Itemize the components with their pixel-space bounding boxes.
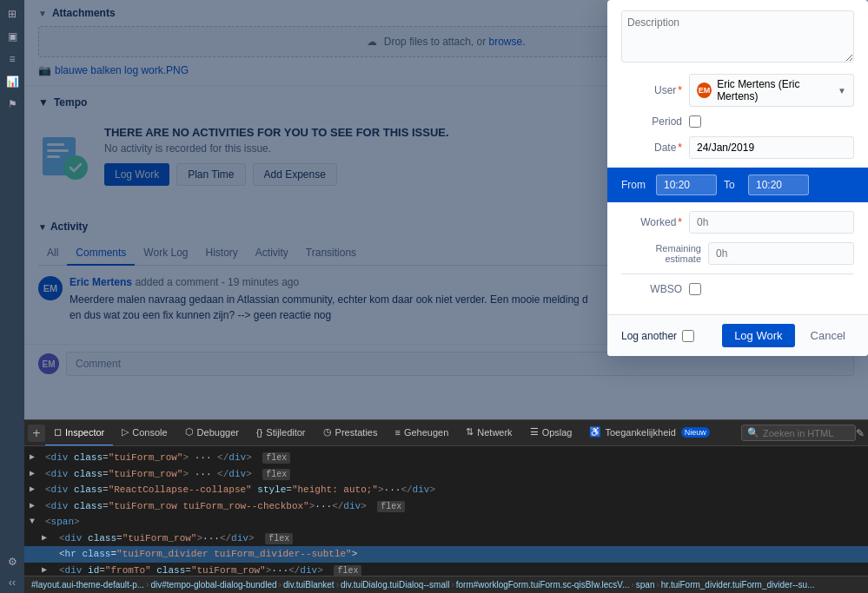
toggle-4[interactable]: ▶: [30, 499, 35, 512]
dialog-cancel-button[interactable]: Cancel: [802, 324, 854, 347]
log-work-dialog: User EM Eric Mertens (Eric Mertens) ▼: [607, 0, 868, 356]
devtools-tab-netwerk[interactable]: ⇅ Netwerk: [457, 420, 520, 446]
geheugen-label: Geheugen: [404, 427, 448, 438]
devtools-tab-debugger[interactable]: ⬡ Debugger: [176, 420, 248, 446]
user-select-inner: EM Eric Mertens (Eric Mertens): [697, 78, 838, 102]
breadcrumb-item-3[interactable]: div.tuiBlanket: [283, 580, 335, 590]
dialog-log-work-button[interactable]: Log Work: [722, 324, 794, 347]
prestaties-label: Prestaties: [335, 427, 378, 438]
divider: [621, 273, 854, 274]
dialog-footer: Log another Log Work Cancel: [607, 314, 868, 356]
from-label: From: [621, 179, 649, 191]
devtools-panel: + ◻ Inspector ▷ Console ⬡ Debugger {} St…: [24, 419, 868, 593]
sidebar-icon-layers[interactable]: ≡: [2, 49, 23, 69]
code-line-7: <hr class="tuiForm_divider tuiForm_divid…: [24, 546, 868, 563]
period-row: Period: [621, 115, 854, 128]
devtools-edit-icon[interactable]: ✎: [856, 427, 865, 439]
devtools-tab-toegankelijkheid[interactable]: ♿ Toegankelijkheid Nieuw: [580, 420, 718, 446]
breadcrumb-item-6[interactable]: span: [636, 580, 655, 590]
debugger-icon: ⬡: [185, 426, 194, 438]
sidebar-icon-collapse[interactable]: ‹‹: [2, 572, 23, 593]
breadcrumb-item-1[interactable]: #layout.aui-theme-default-p...: [31, 580, 144, 590]
devtools-tab-prestaties[interactable]: ◷ Prestaties: [315, 420, 387, 446]
breadcrumb-sep-3: ›: [336, 580, 339, 590]
netwerk-icon: ⇅: [466, 426, 474, 438]
debugger-label: Debugger: [197, 427, 239, 438]
user-row: User EM Eric Mertens (Eric Mertens) ▼: [621, 74, 854, 107]
log-another-checkbox[interactable]: [682, 330, 694, 342]
code-line-6: ▶ <div class="tuiForm_row">···</div> fle…: [24, 530, 868, 547]
breadcrumb-item-2[interactable]: div#tempo-global-dialog-bundled: [150, 580, 276, 590]
stijleditor-label: Stijleditor: [266, 427, 305, 438]
breadcrumb-sep-6: ›: [656, 580, 659, 590]
user-value: Eric Mertens (Eric Mertens): [717, 78, 838, 102]
user-select[interactable]: EM Eric Mertens (Eric Mertens) ▼: [689, 74, 854, 107]
opslag-icon: ☰: [530, 426, 539, 438]
toggle-6[interactable]: ▶: [42, 531, 47, 544]
toggle-1[interactable]: ▶: [30, 451, 35, 464]
dialog-inner: User EM Eric Mertens (Eric Mertens) ▼: [607, 0, 868, 314]
code-line-1: ▶ <div class="tuiForm_row"> ··· </div> f…: [24, 450, 868, 466]
breadcrumb-sep-2: ›: [279, 580, 282, 590]
from-input[interactable]: [656, 175, 717, 195]
date-label: Date: [621, 142, 682, 154]
devtools-tab-opslag[interactable]: ☰ Opslag: [521, 420, 581, 446]
date-input[interactable]: [689, 136, 854, 159]
wbso-checkbox[interactable]: [689, 283, 701, 295]
sidebar-icon-box[interactable]: ▣: [2, 26, 23, 47]
breadcrumb-sep-4: ›: [451, 580, 454, 590]
search-icon: 🔍: [747, 427, 759, 438]
toggle-2[interactable]: ▶: [30, 467, 35, 480]
breadcrumb-item-7[interactable]: hr.tuiForm_divider.tuiForm_divider--su..…: [661, 580, 815, 590]
opslag-label: Opslag: [542, 427, 573, 438]
sidebar-icon-chart[interactable]: 📊: [2, 71, 23, 92]
toggle-5[interactable]: ▼: [30, 515, 35, 528]
breadcrumb-item-5[interactable]: form#worklogForm.tuiForm.sc-qisBIw.lecsV…: [456, 580, 630, 590]
log-another: Log another: [621, 330, 694, 342]
period-checkbox[interactable]: [689, 115, 701, 128]
sidebar: ⊞ ▣ ≡ 📊 ⚑ ⚙ ‹‹: [0, 0, 24, 593]
user-avatar-initials: EM: [699, 86, 711, 95]
sidebar-icon-grid[interactable]: ⊞: [2, 3, 23, 24]
user-avatar: EM: [697, 82, 712, 98]
breadcrumb-sep-5: ›: [631, 580, 633, 590]
from-to-row: From To: [607, 168, 868, 202]
console-label: Console: [132, 427, 167, 438]
stijleditor-icon: {}: [256, 427, 262, 438]
resize-handle[interactable]: [24, 420, 868, 424]
worked-input[interactable]: [689, 211, 854, 234]
netwerk-label: Netwerk: [477, 427, 512, 438]
log-another-label: Log another: [621, 330, 677, 342]
worked-row: Worked: [621, 211, 854, 234]
remaining-row: Remaining estimate: [621, 242, 854, 265]
remaining-label: Remaining estimate: [621, 243, 701, 264]
code-line-4: ▶ <div class="tuiForm_row tuiForm_row--c…: [24, 498, 868, 515]
worked-label: Worked: [621, 216, 682, 228]
remaining-input[interactable]: [708, 242, 854, 265]
description-textarea[interactable]: [621, 10, 854, 63]
toegankelijkheid-label: Toegankelijkheid: [605, 427, 675, 438]
code-line-5: ▼ <span>: [24, 514, 868, 530]
period-label: Period: [621, 115, 682, 128]
search-input[interactable]: [763, 428, 850, 438]
devtools-tab-stijleditor[interactable]: {} Stijleditor: [248, 420, 315, 446]
content-area: ▼ Attachments ☁ Drop files to attach, or…: [24, 0, 868, 593]
wbso-label: WBSO: [621, 283, 682, 295]
sidebar-icon-flag[interactable]: ⚑: [2, 94, 23, 115]
sidebar-icon-settings[interactable]: ⚙: [2, 551, 23, 572]
toggle-3[interactable]: ▶: [30, 483, 35, 496]
code-line-8: ▶ <div id="fromTo" class="tuiForm_row">·…: [24, 563, 868, 577]
to-input[interactable]: [748, 175, 809, 195]
devtools-tab-console[interactable]: ▷ Console: [113, 420, 176, 446]
toggle-8[interactable]: ▶: [42, 563, 47, 577]
devtools-search[interactable]: 🔍: [741, 425, 856, 441]
devtools-add-button[interactable]: +: [28, 425, 45, 442]
devtools-tab-geheugen[interactable]: ≡ Geheugen: [386, 420, 457, 446]
devtools-tab-inspector[interactable]: ◻ Inspector: [45, 420, 113, 446]
breadcrumb-item-4[interactable]: div.tuiDialog.tuiDialoq--small: [341, 580, 449, 590]
code-line-2: ▶ <div class="tuiForm_row"> ··· </div> f…: [24, 466, 868, 483]
inspector-icon: ◻: [54, 426, 62, 438]
to-label: To: [724, 179, 741, 191]
toegankelijkheid-icon: ♿: [589, 426, 601, 438]
prestaties-icon: ◷: [323, 426, 332, 438]
